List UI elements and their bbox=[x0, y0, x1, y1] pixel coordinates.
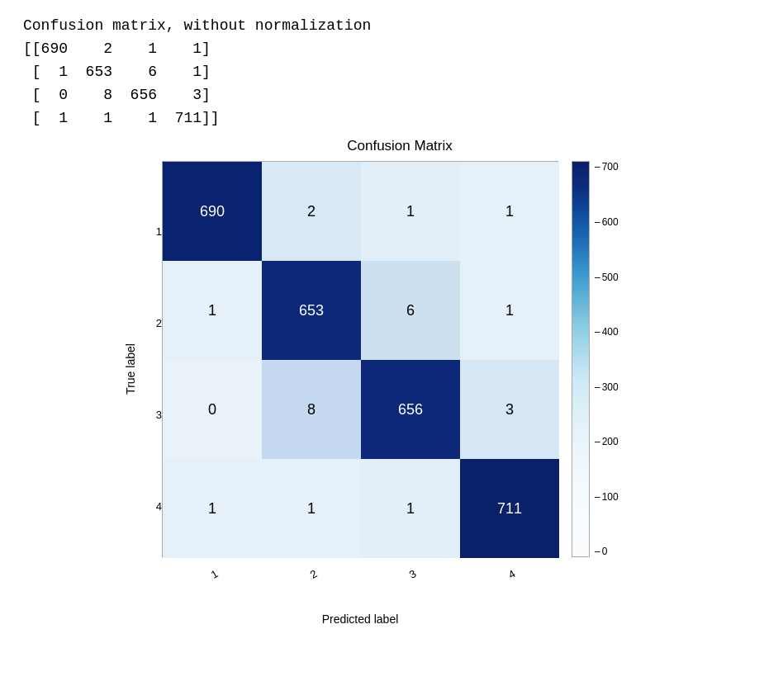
colorbar-tick: 600 bbox=[595, 216, 619, 228]
cm-cell: 1 bbox=[460, 162, 559, 261]
chart-area: Confusion Matrix True label 1234 6902111… bbox=[0, 138, 783, 626]
colorbar-tick: 0 bbox=[595, 546, 619, 557]
cm-cell: 8 bbox=[262, 360, 361, 459]
y-tick: 2 bbox=[156, 317, 162, 329]
colorbar-tick: 300 bbox=[595, 381, 619, 393]
cm-cell: 2 bbox=[262, 162, 361, 261]
confusion-matrix-grid: 690211165361086563111711 bbox=[162, 161, 558, 557]
cm-cell: 6 bbox=[361, 261, 460, 360]
chart-title: Confusion Matrix bbox=[119, 138, 681, 154]
cm-cell: 3 bbox=[460, 360, 559, 459]
cm-cell: 653 bbox=[262, 261, 361, 360]
cm-cell: 656 bbox=[361, 360, 460, 459]
chart-container: Confusion Matrix True label 1234 6902111… bbox=[119, 138, 681, 626]
cm-cell: 1 bbox=[163, 261, 262, 360]
colorbar-tick: 400 bbox=[595, 326, 619, 338]
cm-cell: 1 bbox=[262, 459, 361, 558]
colorbar-area: 7006005004003002001000 bbox=[572, 161, 619, 557]
colorbar-tick: 500 bbox=[595, 272, 619, 283]
cm-cell: 1 bbox=[361, 459, 460, 558]
matrix-wrap: True label 1234 690211165361086563111711… bbox=[119, 161, 681, 626]
cm-cell: 1 bbox=[163, 459, 262, 558]
y-axis-label: True label bbox=[124, 344, 137, 395]
cm-cell: 1 bbox=[361, 162, 460, 261]
pre-text-block: Confusion matrix, without normalization … bbox=[0, 0, 783, 138]
y-axis-label-area: True label bbox=[119, 161, 142, 577]
colorbar-tick: 200 bbox=[595, 436, 619, 447]
cm-cell: 1 bbox=[460, 261, 559, 360]
colorbar-tick: 100 bbox=[595, 491, 619, 503]
y-tick: 1 bbox=[156, 225, 162, 238]
y-tick: 3 bbox=[156, 409, 162, 421]
cm-cell: 711 bbox=[460, 459, 559, 558]
cm-cell: 690 bbox=[163, 162, 262, 261]
y-tick: 4 bbox=[156, 500, 162, 513]
x-ticks: 1234 bbox=[162, 557, 558, 583]
colorbar-ticks: 7006005004003002001000 bbox=[595, 161, 619, 557]
colorbar bbox=[572, 161, 590, 557]
cm-cell: 0 bbox=[163, 360, 262, 459]
x-axis-label: Predicted label bbox=[162, 612, 558, 626]
y-ticks: 1234 bbox=[142, 161, 162, 577]
grid-and-x: 690211165361086563111711 1234 Predicted … bbox=[162, 161, 558, 626]
colorbar-tick: 700 bbox=[595, 161, 619, 173]
